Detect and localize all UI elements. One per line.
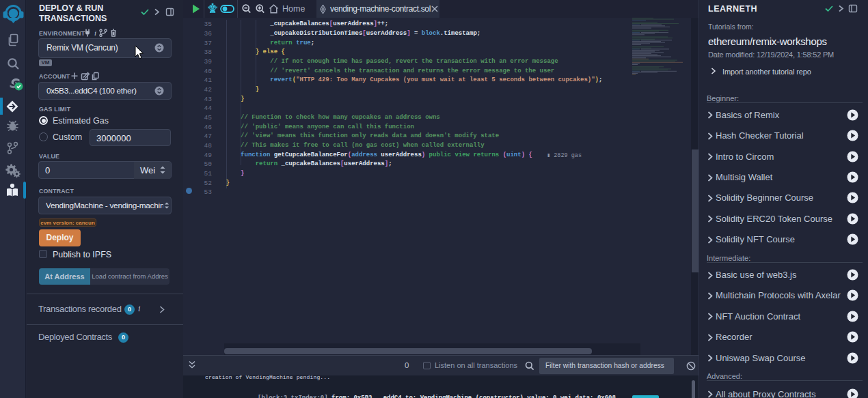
svg-text:i: i (94, 29, 96, 37)
